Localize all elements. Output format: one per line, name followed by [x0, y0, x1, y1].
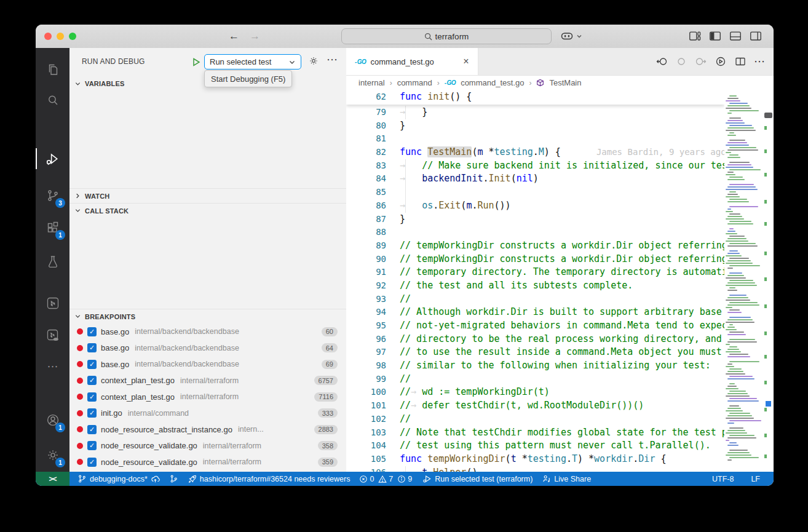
- panel-more-actions-button[interactable]: [327, 53, 338, 66]
- forward-circle-icon[interactable]: [695, 55, 707, 68]
- scrollbar-thumb[interactable]: [764, 113, 772, 118]
- breakpoint-checkbox[interactable]: [87, 425, 97, 434]
- breakpoint-checkbox[interactable]: [87, 408, 97, 418]
- tab-label: command_test.go: [370, 57, 434, 66]
- pull-request-status-item[interactable]: hashicorp/terraform#36524 needs reviewer…: [188, 474, 351, 483]
- breakpoints-list: base.gointernal/backend/backendbase60bas…: [69, 324, 346, 470]
- breakpoint-row[interactable]: base.gointernal/backend/backendbase64: [69, 340, 346, 357]
- change-marker: [764, 332, 767, 335]
- breakpoint-dot-icon: [77, 394, 83, 400]
- sidebar-item-extensions[interactable]: 1: [36, 217, 69, 238]
- close-window-button[interactable]: [44, 33, 52, 40]
- encoding-status-item[interactable]: UTF-8: [712, 475, 734, 483]
- additional-views-button[interactable]: [36, 356, 69, 377]
- breakpoint-checkbox[interactable]: [87, 392, 97, 402]
- tab-command-test-go[interactable]: GO command_test.go: [346, 48, 478, 75]
- chevron-right-icon: [74, 193, 81, 199]
- line-number: 88: [346, 226, 400, 239]
- breadcrumb-item[interactable]: command: [397, 78, 432, 87]
- editor-more-actions-icon[interactable]: [754, 55, 765, 68]
- flask-icon: [46, 254, 60, 269]
- sticky-scroll-line[interactable]: 62func init() {: [346, 90, 724, 105]
- breakpoint-row[interactable]: node_resource_validate.gointernal/terraf…: [69, 438, 346, 455]
- breakpoint-checkbox[interactable]: [87, 376, 97, 385]
- breakpoint-row[interactable]: base.gointernal/backend/backendbase60: [69, 324, 346, 340]
- sidebar-item-explorer[interactable]: [36, 59, 69, 80]
- sidebar-item-terraform[interactable]: [36, 293, 69, 314]
- breakpoint-row[interactable]: node_resource_abstract_instance.gointern…: [69, 421, 346, 438]
- commit-graph-icon: [169, 474, 178, 483]
- section-breakpoints[interactable]: BREAKPOINTS: [69, 309, 346, 324]
- breakpoint-row[interactable]: context_plan_test.gointernal/terraform67…: [69, 373, 346, 389]
- breakpoint-dot-icon: [77, 378, 83, 384]
- pull-request-label: hashicorp/terraform#36524 needs reviewer…: [200, 475, 351, 483]
- start-debugging-button[interactable]: [189, 55, 203, 69]
- navigate-forward-button[interactable]: [250, 29, 260, 44]
- breadcrumb-item[interactable]: internal: [358, 78, 385, 87]
- back-circle-icon[interactable]: [656, 55, 668, 68]
- code-line: 79→ }: [346, 106, 724, 119]
- problems-status-item[interactable]: 0 7 9: [359, 475, 413, 483]
- minimize-window-button[interactable]: [57, 33, 64, 40]
- code-line: 105func tempWorkingDir(t *testing.T) *wo…: [346, 453, 724, 466]
- breakpoint-path: internal/terraform: [180, 392, 239, 401]
- commit-graph-status-item[interactable]: [169, 474, 178, 483]
- sidebar-item-run-and-debug[interactable]: [36, 148, 69, 169]
- debug-settings-button[interactable]: [308, 55, 319, 69]
- breakpoint-checkbox[interactable]: [87, 458, 97, 467]
- customize-layout-icon[interactable]: [688, 30, 702, 43]
- breakpoint-file: base.go: [101, 327, 129, 336]
- breakpoint-row[interactable]: init.gointernal/command333: [69, 405, 346, 422]
- toggle-secondary-sidebar-icon[interactable]: [749, 30, 762, 43]
- close-tab-icon[interactable]: [461, 56, 472, 67]
- change-marker: [764, 304, 767, 308]
- go-file-icon: GO: [445, 79, 456, 86]
- sidebar-item-terraform-cloud[interactable]: [36, 325, 69, 346]
- split-editor-icon[interactable]: [734, 55, 747, 68]
- breadcrumb-item[interactable]: TestMain: [549, 78, 581, 87]
- zoom-window-button[interactable]: [69, 33, 76, 40]
- branch-status-item[interactable]: debugging-docs*: [77, 474, 160, 483]
- breakpoint-row[interactable]: node_resource_validate.gointernal/terraf…: [69, 454, 346, 470]
- breakpoint-row[interactable]: context_plan_test.gointernal/terraform71…: [69, 389, 346, 405]
- breakpoint-checkbox[interactable]: [87, 441, 97, 450]
- breakpoint-checkbox[interactable]: [87, 343, 97, 352]
- line-number: 93: [346, 293, 400, 306]
- search-icon: [46, 93, 60, 108]
- command-center-search[interactable]: terraform: [341, 28, 552, 44]
- breakpoint-checkbox[interactable]: [87, 360, 97, 369]
- sidebar-item-source-control[interactable]: 3: [36, 185, 69, 206]
- breakpoint-checkbox[interactable]: [87, 327, 97, 336]
- navigate-back-button[interactable]: [229, 29, 239, 44]
- run-test-status-item[interactable]: Run selected test (terraform): [422, 474, 533, 483]
- line-number: 80: [346, 119, 400, 133]
- minimap[interactable]: [724, 90, 764, 472]
- eol-status-item[interactable]: LF: [751, 475, 760, 483]
- code-line: 89// tempWorkingDir constructs a workdir…: [346, 239, 724, 253]
- settings-button[interactable]: 1: [36, 445, 69, 466]
- copilot-menu[interactable]: [560, 29, 582, 44]
- sidebar-item-search[interactable]: [36, 90, 69, 111]
- section-watch[interactable]: WATCH: [69, 188, 346, 203]
- code-editor[interactable]: 62func init() { 79→ }80}8182func TestMai…: [346, 90, 724, 472]
- breakpoint-row[interactable]: base.gointernal/backend/backendbase69: [69, 356, 346, 373]
- accounts-button[interactable]: 1: [36, 410, 69, 431]
- section-label: CALL STACK: [85, 207, 129, 215]
- run-circle-icon[interactable]: [715, 55, 727, 68]
- launch-configuration-value: Run selected test: [210, 57, 271, 66]
- launch-configuration-select[interactable]: Run selected test: [204, 54, 301, 69]
- toggle-panel-icon[interactable]: [729, 30, 742, 43]
- error-icon: [359, 475, 368, 483]
- sidebar-item-testing[interactable]: [36, 251, 69, 272]
- change-marker: [764, 149, 767, 153]
- breadcrumb-item[interactable]: command_test.go: [461, 78, 524, 87]
- live-share-icon: [542, 474, 551, 483]
- remote-indicator[interactable]: [36, 472, 69, 486]
- line-number: 100: [346, 386, 400, 399]
- circle-icon[interactable]: [675, 55, 687, 68]
- section-call-stack[interactable]: CALL STACK: [69, 203, 346, 218]
- breakpoint-path: internal/terraform: [180, 376, 239, 385]
- live-share-status-item[interactable]: Live Share: [542, 474, 591, 483]
- toggle-primary-sidebar-icon[interactable]: [708, 30, 722, 43]
- copilot-icon: [560, 29, 574, 44]
